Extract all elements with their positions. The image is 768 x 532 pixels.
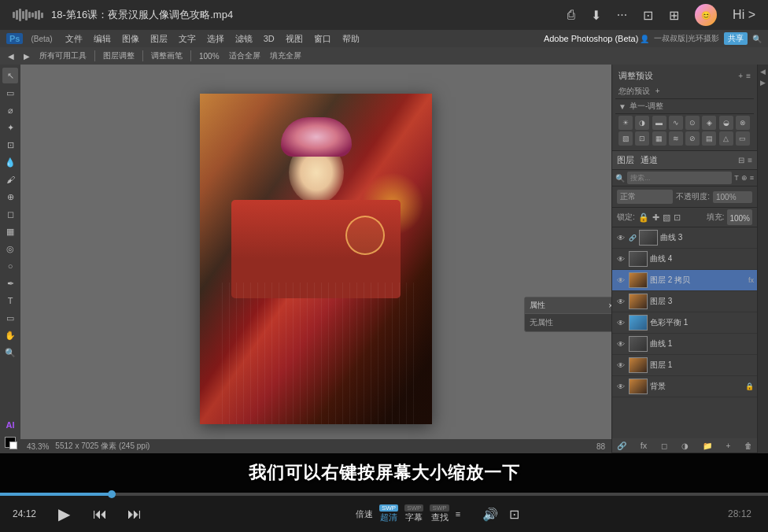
toolbar-brush[interactable]: 调整画笔 — [148, 50, 186, 62]
fullscreen-icon[interactable]: ⊡ — [509, 507, 519, 522]
download-icon[interactable]: ⬇ — [591, 8, 601, 23]
adj-posterize[interactable]: ▤ — [702, 131, 716, 146]
volume-icon[interactable]: 🔊 — [482, 507, 498, 522]
filter-type-icon[interactable]: T — [734, 174, 739, 182]
adj-levels[interactable]: ▬ — [652, 116, 666, 130]
more-icon[interactable]: ··· — [617, 8, 627, 22]
tool-fg-color[interactable] — [2, 434, 18, 450]
toolbar-back-icon[interactable]: ◀ — [5, 51, 17, 61]
adj-vibrance[interactable]: ◈ — [702, 116, 716, 130]
tool-brush[interactable]: 🖌 — [2, 172, 18, 187]
quality-badge[interactable]: SWP 超清 — [379, 504, 398, 523]
lock-pixel-icon[interactable]: ▧ — [663, 212, 670, 223]
menu-edit[interactable]: 编辑 — [89, 31, 116, 46]
properties-close-icon[interactable]: × — [608, 301, 611, 310]
next-chapter-button[interactable]: ⏭ — [122, 501, 147, 526]
tool-eraser[interactable]: ◻ — [2, 206, 18, 222]
menu-3d[interactable]: 3D — [259, 32, 279, 45]
tool-text[interactable]: T — [2, 293, 18, 308]
tool-blur[interactable]: ◎ — [2, 241, 18, 257]
adj-brightness[interactable]: ☀ — [618, 116, 633, 130]
layers-search-input[interactable]: 搜索... — [627, 172, 732, 184]
adj-contrast[interactable]: ◑ — [635, 116, 649, 130]
tool-zoom[interactable]: 🔍 — [2, 345, 18, 360]
layers-collapse-icon[interactable]: ⊟ — [738, 156, 744, 164]
adj-exposure[interactable]: ⊙ — [685, 116, 700, 130]
progress-bar[interactable] — [0, 493, 768, 496]
adj-menu-icon[interactable]: ≡ — [746, 72, 751, 80]
toolbar-all-tools[interactable]: 所有可用工具 — [36, 50, 90, 62]
layer-delete-btn[interactable]: 🗑 — [744, 441, 752, 450]
tool-shape[interactable]: ▭ — [2, 310, 18, 326]
menu-help[interactable]: 帮助 — [338, 31, 364, 46]
list-badge[interactable]: ≡ — [456, 509, 460, 519]
speed-badge[interactable]: 倍速 — [356, 508, 373, 520]
fill-input[interactable]: 100% — [727, 209, 752, 225]
split-icon[interactable]: ⊞ — [669, 8, 679, 23]
adj-photo-filter[interactable]: ⊡ — [635, 131, 649, 146]
blend-mode-select[interactable]: 正常 — [617, 190, 673, 204]
tool-lasso[interactable]: ⌀ — [2, 102, 18, 118]
tool-pen[interactable]: ✒ — [2, 275, 18, 291]
adj-gradient-map[interactable]: ▭ — [736, 131, 750, 146]
layer-visibility-icon[interactable]: 👁 — [615, 317, 626, 328]
hi-label[interactable]: Hi > — [733, 8, 755, 22]
layer-item[interactable]: 👁 图层 2 拷贝 fx — [612, 270, 757, 291]
prev-chapter-button[interactable]: ⏮ — [87, 501, 113, 526]
toolbar-fill[interactable]: 填充全屏 — [267, 50, 305, 62]
find-badge[interactable]: SWP 查找 — [430, 504, 449, 523]
layer-visibility-icon[interactable]: 👁 — [615, 232, 626, 243]
layer-item[interactable]: 👁 🔗 曲线 3 — [612, 227, 757, 249]
layer-visibility-icon[interactable]: 👁 — [615, 296, 626, 307]
adj-hue-sat[interactable]: ◒ — [719, 116, 733, 130]
screen-icon[interactable]: ⊡ — [643, 8, 653, 23]
layer-group-btn[interactable]: 📁 — [703, 441, 712, 450]
opacity-input[interactable]: 100% — [713, 191, 752, 203]
tool-crop[interactable]: ⊡ — [2, 137, 18, 153]
toolbar-fit[interactable]: 适合全屏 — [226, 50, 264, 62]
lock-position-icon[interactable]: ✚ — [652, 212, 659, 223]
adj-color-lookup[interactable]: ≋ — [669, 131, 683, 146]
layer-visibility-icon[interactable]: 👁 — [615, 253, 626, 264]
menu-filter[interactable]: 滤镜 — [231, 31, 257, 46]
menu-file[interactable]: 文件 — [61, 31, 87, 46]
right-strip-expand[interactable]: ▶ — [760, 79, 766, 87]
layer-link-btn[interactable]: 🔗 — [617, 441, 626, 450]
adj-color-balance[interactable]: ⊗ — [736, 116, 750, 130]
layer-item[interactable]: 👁 背景 🔒 — [612, 376, 757, 397]
tool-select[interactable]: ▭ — [2, 85, 18, 101]
menu-text[interactable]: 文字 — [174, 31, 201, 46]
layer-item[interactable]: 👁 图层 3 — [612, 291, 757, 312]
tool-dodge[interactable]: ○ — [2, 258, 18, 274]
toolbar-zoom-100[interactable]: 100% — [196, 51, 223, 61]
progress-dot[interactable] — [108, 490, 116, 498]
layer-visibility-icon[interactable]: 👁 — [615, 381, 626, 392]
tool-eyedrop[interactable]: 💧 — [2, 154, 18, 170]
toolbar-adjustments[interactable]: 图层调整 — [100, 50, 138, 62]
share-icon[interactable]: ⎙ — [567, 8, 575, 22]
layer-item[interactable]: 👁 曲线 4 — [612, 249, 757, 270]
ps-search-btn[interactable]: 🔍 — [752, 35, 762, 43]
adj-curves[interactable]: ∿ — [669, 116, 683, 130]
menu-layer[interactable]: 图层 — [146, 31, 172, 46]
layer-adj-btn[interactable]: ◑ — [681, 441, 689, 450]
adj-collapse-icon[interactable]: + — [738, 72, 743, 80]
layer-mask-btn[interactable]: ◻ — [661, 441, 667, 450]
adj-channel-mixer[interactable]: ▦ — [652, 131, 666, 146]
play-button[interactable]: ▶ — [50, 500, 78, 528]
layer-item[interactable]: 👁 曲线 1 — [612, 334, 757, 355]
menu-select[interactable]: 选择 — [202, 31, 229, 46]
camo-chevron-icon[interactable]: ▼ — [618, 102, 626, 111]
layers-menu-icon[interactable]: ≡ — [748, 156, 752, 164]
tool-hand[interactable]: ✋ — [2, 327, 18, 343]
tool-move[interactable]: ↖ — [2, 68, 18, 83]
tool-magic[interactable]: ✦ — [2, 120, 18, 135]
lock-artboard-icon[interactable]: ⊡ — [674, 212, 681, 223]
layer-add-btn[interactable]: + — [726, 441, 730, 450]
ps-shared-btn[interactable]: 共享 — [724, 32, 748, 45]
layer-item[interactable]: 👁 图层 1 — [612, 355, 757, 376]
layer-fx-btn[interactable]: fx — [641, 441, 648, 450]
menu-window[interactable]: 窗口 — [309, 31, 336, 46]
menu-image[interactable]: 图像 — [117, 31, 144, 46]
toolbar-forward-icon[interactable]: ▶ — [20, 51, 33, 61]
